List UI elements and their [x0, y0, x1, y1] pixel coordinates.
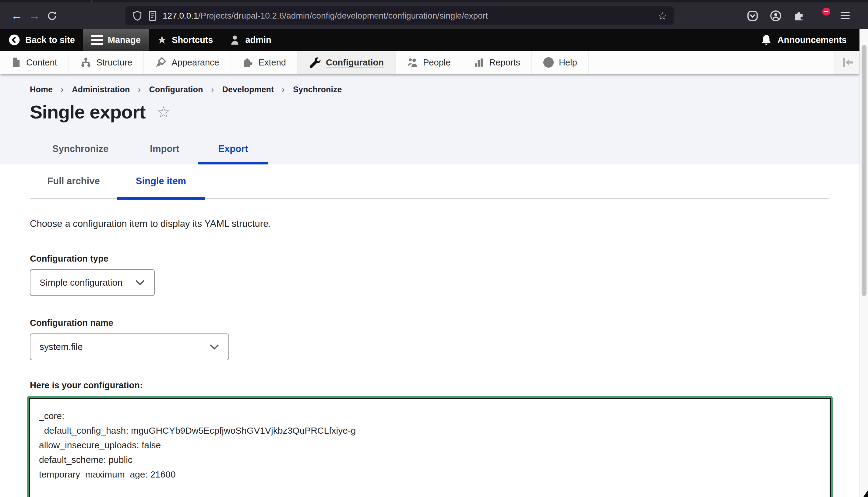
tab-synchronize[interactable]: Synchronize — [30, 143, 131, 165]
menu-item-configuration[interactable]: Configuration — [298, 51, 396, 74]
menu-item-structure[interactable]: Structure — [69, 51, 144, 74]
menu-label: Structure — [97, 58, 132, 68]
tracking-shield-icon[interactable] — [132, 11, 143, 21]
breadcrumb-link-home[interactable]: Home — [30, 85, 53, 95]
export-form: Choose a configuration item to display i… — [0, 199, 859, 497]
page-title: Single export — [30, 101, 146, 123]
breadcrumb-link-administration[interactable]: Administration — [72, 85, 130, 95]
back-to-site-label: Back to site — [25, 35, 75, 45]
shortcuts-label: Shortcuts — [172, 35, 213, 45]
page-header: Home › Administration › Configuration › … — [0, 74, 859, 165]
url-text: 127.0.0.1/Projects/drupal-10.2.6/admin/c… — [162, 11, 654, 21]
primary-tabs: Synchronize Import Export — [30, 143, 859, 165]
menu-spacer — [589, 51, 835, 74]
extensions-puzzle-icon[interactable] — [792, 9, 806, 23]
bookmark-star-icon[interactable]: ☆ — [658, 10, 667, 22]
back-to-site-icon — [8, 34, 20, 46]
profile-avatar[interactable] — [815, 9, 829, 23]
breadcrumb-link-configuration[interactable]: Configuration — [149, 85, 203, 95]
menu-item-extend[interactable]: Extend — [231, 51, 298, 74]
subtab-single-item[interactable]: Single item — [117, 165, 205, 198]
people-icon — [407, 57, 418, 68]
blocked-badge-icon — [822, 8, 830, 16]
form-description: Choose a configuration item to display i… — [30, 218, 859, 229]
config-name-value: system.file — [40, 342, 83, 352]
toolbar-collapse-button[interactable] — [835, 51, 859, 74]
menu-label: Configuration — [326, 58, 384, 68]
secondary-tabs: Full archive Single item — [30, 165, 829, 199]
account-icon[interactable] — [769, 9, 783, 23]
menu-item-appearance[interactable]: Appearance — [144, 51, 231, 74]
menu-label: Reports — [489, 58, 520, 68]
announcements-toolbar-item[interactable]: Announcements — [760, 29, 859, 51]
document-icon — [11, 57, 21, 68]
manage-label: Manage — [108, 35, 141, 45]
browser-back-button[interactable]: ← — [8, 7, 26, 25]
bar-chart-icon — [473, 57, 484, 68]
menu-label: Extend — [259, 58, 286, 68]
user-label: admin — [245, 35, 271, 45]
breadcrumb-separator: › — [282, 85, 285, 95]
user-icon — [229, 34, 240, 45]
menu-item-people[interactable]: People — [396, 51, 462, 74]
config-type-select[interactable]: Simple configuration — [30, 269, 155, 296]
drupal-admin-menu: Content Structure Appearance Extend — [0, 51, 859, 74]
drupal-admin-toolbar: Back to site Manage ★ Shortcuts admin — [0, 29, 859, 51]
chevron-down-icon — [135, 280, 145, 286]
yaml-output-label: Here is your configuration: — [30, 380, 859, 390]
menu-label: Content — [26, 58, 57, 68]
tab-export[interactable]: Export — [198, 143, 268, 165]
pocket-icon[interactable] — [745, 9, 759, 23]
mouse-cursor — [863, 489, 868, 497]
subtab-full-archive[interactable]: Full archive — [30, 165, 117, 198]
shortcuts-star-icon: ★ — [157, 34, 167, 45]
paintbrush-icon — [155, 57, 166, 68]
config-type-value: Simple configuration — [40, 278, 123, 288]
manage-menu-icon — [91, 35, 103, 45]
scrollbar-thumb[interactable] — [862, 45, 867, 296]
announcements-label: Announcements — [778, 35, 847, 45]
menu-label: Help — [559, 58, 577, 68]
url-domain: 127.0.0.1 — [162, 11, 198, 20]
config-name-label: Configuration name — [30, 318, 859, 328]
breadcrumb: Home › Administration › Configuration › … — [30, 85, 859, 95]
menu-item-content[interactable]: Content — [0, 51, 69, 74]
page-info-icon[interactable] — [148, 11, 157, 21]
favorite-star-icon[interactable]: ☆ — [157, 104, 171, 120]
menu-item-help[interactable]: ? Help — [532, 51, 589, 74]
tab-import[interactable]: Import — [131, 143, 198, 165]
menu-item-reports[interactable]: Reports — [462, 51, 532, 74]
browser-menu-icon[interactable] — [838, 9, 852, 23]
yaml-output-textarea[interactable]: _core: default_config_hash: mguGHCYb9Dw5… — [29, 398, 831, 497]
page-region: Back to site Manage ★ Shortcuts admin — [0, 29, 859, 497]
drupal-single-export-screen: ← → 127.0.0.1/Projects/drupal-10.2.6/adm… — [0, 0, 868, 497]
browser-right-icons — [745, 9, 852, 23]
chevron-down-icon — [210, 344, 219, 350]
manage-toolbar-item[interactable]: Manage — [83, 29, 149, 51]
bell-icon — [760, 34, 772, 46]
url-bar[interactable]: 127.0.0.1/Projects/drupal-10.2.6/admin/c… — [126, 6, 674, 25]
collapse-left-icon — [841, 56, 854, 69]
page-title-row: Single export ☆ — [30, 101, 859, 123]
user-toolbar-item[interactable]: admin — [221, 29, 279, 51]
reload-icon — [47, 10, 58, 21]
config-name-select[interactable]: system.file — [30, 333, 229, 360]
browser-reload-button[interactable] — [43, 7, 61, 25]
menu-label: Appearance — [171, 58, 219, 68]
help-question-icon: ? — [543, 57, 554, 68]
shortcuts-toolbar-item[interactable]: ★ Shortcuts — [149, 29, 222, 51]
breadcrumb-separator: › — [138, 85, 141, 95]
menu-label: People — [423, 58, 451, 68]
window-top-strip — [0, 0, 868, 2]
breadcrumb-separator: › — [211, 85, 214, 95]
tab-divider — [91, 0, 92, 2]
breadcrumb-link-development[interactable]: Development — [222, 85, 274, 95]
org-chart-icon — [81, 57, 91, 68]
puzzle-piece-icon — [242, 57, 253, 68]
breadcrumb-link-synchronize[interactable]: Synchronize — [293, 85, 342, 95]
browser-forward-button[interactable]: → — [26, 7, 43, 25]
config-type-label: Configuration type — [30, 254, 859, 264]
browser-toolbar: ← → 127.0.0.1/Projects/drupal-10.2.6/adm… — [0, 2, 868, 29]
page-scrollbar[interactable] — [859, 29, 868, 497]
back-to-site-link[interactable]: Back to site — [0, 29, 83, 51]
